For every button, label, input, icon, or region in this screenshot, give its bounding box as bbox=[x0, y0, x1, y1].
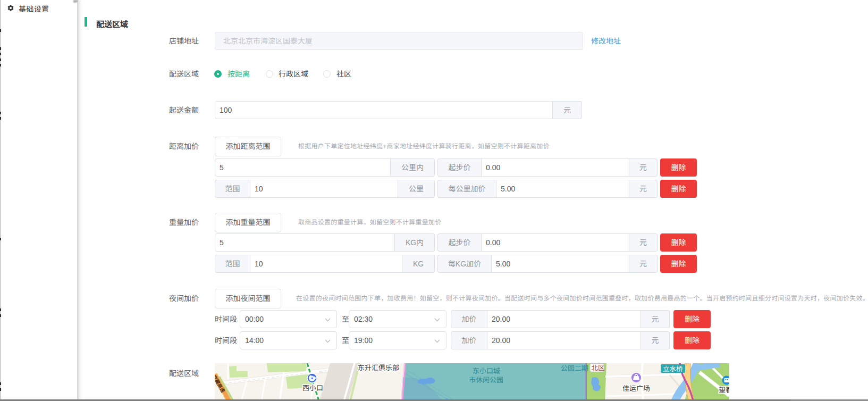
svg-text:望春: 望春 bbox=[719, 385, 729, 395]
svg-text:东升汇俱乐部: 东升汇俱乐部 bbox=[358, 363, 399, 372]
svg-text:佳运广场: 佳运广场 bbox=[622, 383, 650, 393]
svg-text:市休闲公园: 市休闲公园 bbox=[469, 374, 503, 385]
svg-text:西小口: 西小口 bbox=[302, 382, 323, 392]
svg-text:北区: 北区 bbox=[592, 363, 605, 372]
svg-text:立水桥: 立水桥 bbox=[663, 363, 683, 373]
svg-text:公园二期: 公园二期 bbox=[561, 363, 588, 373]
